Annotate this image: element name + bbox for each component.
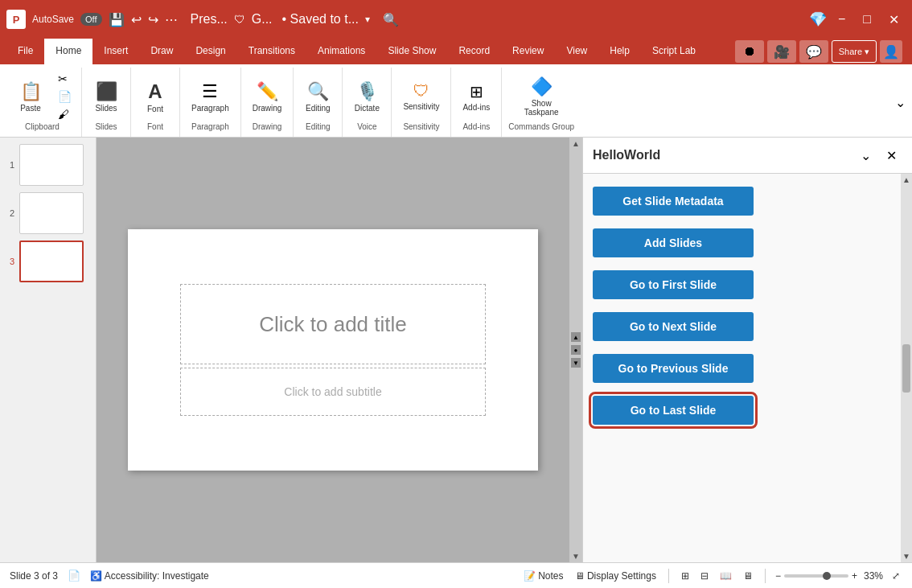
tab-help[interactable]: Help [598, 39, 641, 64]
clipboard-items: 📋 Paste ✂ 📄 🖌 [10, 71, 75, 122]
hw-body: Get Slide Metadata Add Slides Go to Firs… [583, 174, 901, 562]
paragraph-icon: ☰ [202, 81, 218, 102]
addins-btn[interactable]: ⊞ Add-ins [458, 79, 495, 115]
tab-draw[interactable]: Draw [139, 39, 184, 64]
slide-thumb-1[interactable] [19, 144, 84, 186]
close-btn[interactable]: ✕ [882, 9, 906, 31]
ribbon: File Home Insert Draw Design Transitions… [0, 39, 912, 138]
nav-prev-slide-btn[interactable]: ● [571, 345, 581, 355]
slides-label: Slides [95, 122, 117, 134]
hw-scroll-down[interactable]: ▼ [902, 552, 910, 561]
nav-down-btn[interactable]: ▼ [571, 358, 581, 368]
protection-icon: 🛡 [234, 13, 245, 26]
paragraph-btn[interactable]: ☰ Paragraph [187, 78, 234, 116]
editing-btn[interactable]: 🔍 Editing [300, 78, 335, 116]
notes-btn[interactable]: 📝 Notes [521, 568, 566, 584]
record-btn[interactable]: ⏺ [735, 40, 764, 63]
go-to-previous-slide-btn[interactable]: Go to Previous Slide [593, 354, 754, 383]
cut-btn[interactable]: ✂ [55, 71, 75, 87]
save-dropdown-icon[interactable]: ▾ [365, 14, 370, 25]
undo-icon[interactable]: ↩ [131, 12, 142, 27]
font-btn[interactable]: A Font [138, 77, 173, 117]
redo-icon[interactable]: ↪ [148, 12, 158, 27]
tab-file[interactable]: File [6, 39, 44, 64]
go-to-last-slide-btn[interactable]: Go to Last Slide [593, 396, 754, 425]
tab-record[interactable]: Record [447, 39, 501, 64]
slides-btn[interactable]: ⬛ Slides [88, 78, 124, 116]
sensitivity-btn[interactable]: 🛡 Sensitivity [398, 79, 444, 114]
hw-scrollbar[interactable]: ▲ ▼ [901, 174, 912, 562]
title-placeholder[interactable]: Click to add title [180, 284, 486, 364]
zoom-slider-thumb[interactable] [823, 572, 831, 580]
normal-view-btn[interactable]: ⊞ [679, 568, 692, 584]
slidesorter-btn[interactable]: ⊟ [698, 568, 711, 584]
add-slides-btn[interactable]: Add Slides [593, 228, 754, 257]
tab-design[interactable]: Design [184, 39, 236, 64]
save-icon[interactable]: 💾 [109, 12, 125, 27]
tab-animations[interactable]: Animations [306, 39, 376, 64]
ribbon-group-slides: ⬛ Slides Slides [82, 68, 131, 137]
accessibility-text[interactable]: Accessibility: Investigate [105, 570, 209, 582]
ribbon-group-editing: 🔍 Editing Editing [294, 68, 343, 137]
present-btn[interactable]: 🎥 [767, 40, 796, 63]
slide-thumb-row-1: 1 [3, 144, 92, 186]
tab-transitions[interactable]: Transitions [237, 39, 306, 64]
zoom-out-btn[interactable]: − [775, 570, 781, 582]
scroll-down-btn[interactable]: ▼ [572, 552, 580, 561]
diamond-icon[interactable]: 💎 [809, 10, 827, 28]
notes-label: Notes [538, 570, 563, 582]
subtitle-placeholder[interactable]: Click to add subtitle [180, 368, 486, 416]
paste-btn[interactable]: 📋 Paste [10, 78, 51, 116]
tab-slideshow[interactable]: Slide Show [376, 39, 447, 64]
scroll-up-btn[interactable]: ▲ [572, 139, 580, 148]
nav-up-btn[interactable]: ▲ [571, 332, 581, 342]
ribbon-group-font: A Font Font [131, 68, 180, 137]
tab-review[interactable]: Review [501, 39, 555, 64]
save-status: • Saved to t... [282, 12, 359, 27]
copy-btn[interactable]: 📄 [55, 88, 75, 105]
zoom-slider[interactable] [784, 574, 848, 578]
hw-body-container: Get Slide Metadata Add Slides Go to Firs… [583, 174, 912, 562]
minimize-btn[interactable]: − [832, 9, 852, 30]
helloworld-panel: HelloWorld ⌄ ✕ Get Slide Metadata Add Sl… [582, 138, 912, 562]
tab-scriptlab[interactable]: Script Lab [641, 39, 707, 64]
hw-scroll-up[interactable]: ▲ [902, 175, 910, 184]
go-to-first-slide-btn[interactable]: Go to First Slide [593, 270, 754, 299]
slide-panel: 1 2 3 [0, 138, 97, 562]
drawing-btn[interactable]: ✏️ Drawing [248, 78, 287, 116]
fit-slide-btn[interactable]: ⤢ [889, 568, 902, 584]
hw-close-btn[interactable]: ✕ [880, 144, 902, 167]
tab-home[interactable]: Home [44, 39, 92, 64]
canvas-container: Click to add title Click to add subtitle… [97, 138, 582, 562]
customize-icon[interactable]: ⋯ [165, 12, 178, 27]
search-icon[interactable]: 🔍 [383, 12, 399, 27]
hw-scroll-thumb[interactable] [902, 344, 910, 393]
vertical-scrollbar[interactable]: ▲ ▲ ● ▼ ▼ [569, 138, 582, 562]
ribbon-collapse-btn[interactable]: ⌄ [895, 68, 909, 137]
tab-view[interactable]: View [555, 39, 598, 64]
dictate-btn[interactable]: 🎙️ Dictate [349, 78, 384, 116]
presenter-view-btn[interactable]: 🖥 [741, 568, 755, 584]
sensitivity-icon: 🛡 [413, 82, 429, 101]
ribbon-group-sensitivity: 🛡 Sensitivity Sensitivity [392, 68, 451, 137]
slide-thumb-2[interactable] [19, 192, 84, 234]
get-slide-metadata-btn[interactable]: Get Slide Metadata [593, 187, 754, 216]
hw-collapse-btn[interactable]: ⌄ [854, 144, 877, 167]
tab-insert[interactable]: Insert [92, 39, 139, 64]
ribbon-group-commands: 🔷 ShowTaskpane Commands Group [502, 68, 581, 137]
format-painter-btn[interactable]: 🖌 [55, 106, 75, 122]
slide-thumb-row-2: 2 [3, 192, 92, 234]
zoom-in-btn[interactable]: + [852, 570, 857, 582]
display-settings-btn[interactable]: 🖥 Display Settings [573, 568, 659, 584]
slide-thumb-3[interactable] [19, 241, 84, 282]
statusbar: Slide 3 of 3 📄 ♿ Accessibility: Investig… [0, 562, 912, 588]
comment-btn[interactable]: 💬 [799, 40, 828, 63]
profile-btn[interactable]: 👤 [880, 40, 902, 63]
fit-icon: ⤢ [892, 570, 900, 582]
maximize-btn[interactable]: □ [857, 9, 877, 30]
share-btn[interactable]: Share ▾ [832, 40, 877, 63]
reading-view-btn[interactable]: 📖 [717, 568, 734, 584]
autosave-toggle[interactable]: Off [80, 13, 101, 26]
show-taskpane-btn[interactable]: 🔷 ShowTaskpane [520, 73, 564, 120]
go-to-next-slide-btn[interactable]: Go to Next Slide [593, 312, 754, 341]
